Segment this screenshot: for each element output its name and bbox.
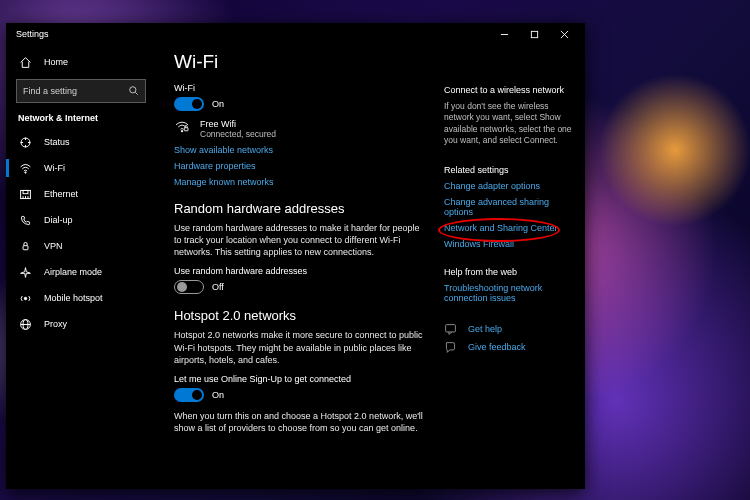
page-title: Wi-Fi xyxy=(174,51,426,73)
link-hardware-properties[interactable]: Hardware properties xyxy=(174,161,426,171)
proxy-icon xyxy=(18,318,32,331)
random-addresses-state: Off xyxy=(212,282,224,292)
sidebar-category: Network & Internet xyxy=(6,111,156,129)
sidebar-item-label: Dial-up xyxy=(44,215,73,225)
vpn-icon xyxy=(18,240,32,253)
sidebar-item-label: Airplane mode xyxy=(44,267,102,277)
svg-point-7 xyxy=(24,171,25,172)
search-icon xyxy=(128,85,139,98)
sidebar-item-dialup[interactable]: Dial-up xyxy=(6,207,156,233)
window-title: Settings xyxy=(16,29,49,39)
ethernet-icon xyxy=(18,188,32,201)
random-addresses-toggle[interactable] xyxy=(174,280,204,294)
svg-rect-9 xyxy=(23,190,28,193)
sidebar-item-label: Proxy xyxy=(44,319,67,329)
sidebar-home[interactable]: Home xyxy=(6,49,156,75)
hotspot2-state: On xyxy=(212,390,224,400)
feedback-icon xyxy=(444,341,458,354)
get-help-label: Get help xyxy=(468,324,502,334)
link-show-available[interactable]: Show available networks xyxy=(174,145,426,155)
sidebar-home-label: Home xyxy=(44,57,68,67)
search-input[interactable]: Find a setting xyxy=(16,79,146,103)
connect-desc: If you don't see the wireless network yo… xyxy=(444,101,575,147)
wifi-icon xyxy=(18,162,32,175)
wifi-label: Wi-Fi xyxy=(174,83,426,93)
link-advanced-sharing[interactable]: Change advanced sharing options xyxy=(444,197,575,217)
maximize-button[interactable] xyxy=(519,23,549,45)
current-network[interactable]: Free Wifi Connected, secured xyxy=(174,119,426,139)
svg-rect-19 xyxy=(184,128,188,131)
hotspot2-desc2: When you turn this on and choose a Hotsp… xyxy=(174,410,426,434)
titlebar: Settings xyxy=(6,23,585,45)
minimize-button[interactable] xyxy=(489,23,519,45)
sidebar-item-ethernet[interactable]: Ethernet xyxy=(6,181,156,207)
hotspot2-desc: Hotspot 2.0 networks make it more secure… xyxy=(174,329,426,365)
link-manage-known[interactable]: Manage known networks xyxy=(174,177,426,187)
related-title: Related settings xyxy=(444,165,575,175)
svg-point-4 xyxy=(130,86,136,92)
connect-title: Connect to a wireless network xyxy=(444,85,575,95)
dialup-icon xyxy=(18,214,32,227)
sidebar-item-proxy[interactable]: Proxy xyxy=(6,311,156,337)
svg-point-18 xyxy=(181,130,183,132)
help-icon xyxy=(444,323,458,336)
random-addresses-desc: Use random hardware addresses to make it… xyxy=(174,222,426,258)
feedback-label: Give feedback xyxy=(468,342,526,352)
hotspot2-title: Hotspot 2.0 networks xyxy=(174,308,426,323)
status-icon xyxy=(18,136,32,149)
help-title: Help from the web xyxy=(444,267,575,277)
sidebar-item-hotspot[interactable]: Mobile hotspot xyxy=(6,285,156,311)
sidebar-item-label: Wi-Fi xyxy=(44,163,65,173)
sidebar-item-label: VPN xyxy=(44,241,63,251)
link-windows-firewall[interactable]: Windows Firewall xyxy=(444,239,575,249)
sidebar-item-wifi[interactable]: Wi-Fi xyxy=(6,155,156,181)
feedback-row[interactable]: Give feedback xyxy=(444,341,575,354)
svg-rect-13 xyxy=(23,245,28,249)
sidebar-item-airplane[interactable]: Airplane mode xyxy=(6,259,156,285)
sidebar-item-status[interactable]: Status xyxy=(6,129,156,155)
main-content: Wi-Fi Wi-Fi On Free Wifi Connected, secu… xyxy=(156,45,585,489)
sidebar: Home Find a setting Network & Internet S… xyxy=(6,45,156,489)
random-addresses-title: Random hardware addresses xyxy=(174,201,426,216)
link-troubleshoot[interactable]: Troubleshooting network connection issue… xyxy=(444,283,564,303)
link-network-sharing-center[interactable]: Network and Sharing Center xyxy=(444,223,575,233)
sidebar-item-label: Status xyxy=(44,137,70,147)
search-placeholder: Find a setting xyxy=(23,86,77,96)
sidebar-item-label: Mobile hotspot xyxy=(44,293,103,303)
svg-rect-1 xyxy=(531,31,537,37)
get-help-row[interactable]: Get help xyxy=(444,323,575,336)
svg-line-5 xyxy=(135,92,137,94)
settings-window: Settings Home Fin xyxy=(6,23,585,489)
wifi-toggle-state: On xyxy=(212,99,224,109)
svg-rect-20 xyxy=(446,325,456,332)
link-adapter-options[interactable]: Change adapter options xyxy=(444,181,575,191)
sidebar-item-label: Ethernet xyxy=(44,189,78,199)
network-status: Connected, secured xyxy=(200,129,276,139)
random-addresses-label: Use random hardware addresses xyxy=(174,266,426,276)
network-name: Free Wifi xyxy=(200,119,276,129)
close-button[interactable] xyxy=(549,23,579,45)
home-icon xyxy=(18,56,32,69)
wifi-toggle[interactable] xyxy=(174,97,204,111)
sidebar-item-vpn[interactable]: VPN xyxy=(6,233,156,259)
hotspot2-label: Let me use Online Sign-Up to get connect… xyxy=(174,374,426,384)
airplane-icon xyxy=(18,266,32,279)
hotspot-icon xyxy=(18,292,32,305)
wifi-secure-icon xyxy=(174,119,190,139)
hotspot2-toggle[interactable] xyxy=(174,388,204,402)
svg-point-14 xyxy=(24,297,26,299)
